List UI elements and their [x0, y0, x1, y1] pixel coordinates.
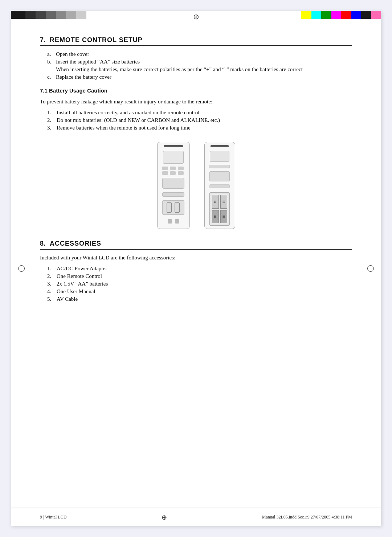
reg-mark-right	[367, 265, 374, 272]
remote1-bottom-btns	[168, 219, 179, 224]
remotes-container: ⊞ ⊟ ▤ ▤	[40, 142, 352, 229]
accessories-list: 1. AC/DC Power Adapter 2. One Remote Con…	[47, 266, 352, 302]
accessory-3: 3. 2x 1.5V “AA” batteries	[47, 281, 352, 287]
subsection71-title: Battery Usage Caution	[49, 87, 107, 94]
step-b-cont: When inserting the batteries, make sure …	[47, 66, 352, 73]
footer-page-label: 9 | Wintal LCD	[40, 515, 66, 520]
accessory-1: 1. AC/DC Power Adapter	[47, 266, 352, 272]
step-b: b. Insert the supplied “AA” size batteri…	[47, 59, 352, 65]
remote1-buttons	[162, 167, 184, 175]
reg-mark-left	[18, 265, 25, 272]
step-a: a. Open the cover	[47, 51, 352, 57]
accessory-5-text: AV Cable	[57, 296, 78, 302]
battery-item-2-text: Do not mix batteries: (OLD and NEW or CA…	[57, 117, 220, 123]
section7-number: 7.	[40, 36, 45, 44]
battery-icon-3: ▤	[212, 210, 219, 224]
section7-title: REMOTE CONTROL SETUP	[50, 36, 143, 44]
battery-intro: To prevent battery leakage which may res…	[40, 97, 352, 106]
remote1-battery-slot-1	[167, 202, 172, 213]
remote1-battery-slot-2	[175, 202, 180, 213]
remote1-top-bar	[164, 145, 183, 147]
step-b-cont-text: When inserting the batteries, make sure …	[56, 66, 303, 73]
remote2-bar2	[209, 184, 230, 188]
step-a-text: Open the cover	[56, 51, 89, 57]
battery-item-3: 3. Remove batteries when the remote is n…	[47, 125, 352, 131]
battery-item-1-text: Install all batteries correctly, and as …	[57, 110, 199, 116]
accessory-3-text: 2x 1.5V “AA” batteries	[57, 281, 108, 287]
remote1-btn6	[178, 171, 184, 175]
section8-number: 8.	[40, 240, 45, 247]
battery-item-1: 1. Install all batteries correctly, and …	[47, 110, 352, 116]
remote2-top-bar	[211, 145, 229, 147]
footer-file-info: Manual 32L05.indd Sec1:9 27/07/2005 4:38…	[262, 515, 352, 520]
color-bar-left	[11, 11, 91, 19]
remote1-bar	[162, 192, 184, 197]
accessory-4: 4. One User Manual	[47, 288, 352, 295]
step-a-letter: a.	[47, 51, 53, 57]
remote2-bar1	[209, 165, 230, 168]
remote1-btn2	[170, 167, 176, 170]
remote1-big-btn	[162, 178, 184, 189]
remote1-btn4	[162, 171, 168, 175]
section8-heading: 8. ACCESSORIES	[40, 240, 352, 250]
step-c: c. Replace the battery cover	[47, 74, 352, 80]
remote-2: ⊞ ⊟ ▤ ▤	[204, 142, 235, 229]
remote1-btn5	[170, 171, 176, 175]
step-b-letter: b.	[47, 59, 53, 65]
remote1-btn3	[178, 167, 184, 170]
accessories-intro: Included with your Wintal LCD are the fo…	[40, 253, 352, 262]
accessory-2: 2. One Remote Control	[47, 273, 352, 279]
setup-steps-list: a. Open the cover b. Insert the supplied…	[47, 51, 352, 80]
battery-icon-2: ⊟	[220, 195, 227, 209]
remote2-mid	[209, 171, 230, 181]
battery-icon-4: ▤	[220, 210, 227, 224]
remote2-screen	[210, 151, 229, 162]
remote1-bot-btn2	[175, 219, 179, 224]
battery-icon-1: ⊞	[212, 195, 219, 209]
step-c-text: Replace the battery cover	[56, 74, 111, 80]
remote-1	[157, 142, 190, 229]
subsection71-number: 7.1	[40, 87, 48, 94]
remote1-screen	[163, 151, 184, 164]
footer-reg-mark: ⊕	[162, 513, 167, 521]
accessory-4-text: One User Manual	[57, 288, 95, 295]
remote2-battery-area: ⊞ ⊟ ▤ ▤	[209, 192, 230, 226]
accessory-5: 5. AV Cable	[47, 296, 352, 302]
color-bar-right	[301, 11, 381, 19]
page: ⊕ 7. REMOTE CONTROL SETUP a. Open the co…	[11, 11, 381, 526]
battery-caution-list: 1. Install all batteries correctly, and …	[47, 110, 352, 131]
accessory-1-text: AC/DC Power Adapter	[57, 266, 107, 272]
section8-title: ACCESSORIES	[50, 240, 101, 247]
main-content: 7. REMOTE CONTROL SETUP a. Open the cove…	[40, 25, 352, 504]
remote1-btn1	[162, 167, 168, 170]
footer: 9 | Wintal LCD ⊕ Manual 32L05.indd Sec1:…	[11, 508, 381, 526]
battery-item-3-text: Remove batteries when the remote is not …	[57, 125, 191, 131]
subsection71-heading: 7.1 Battery Usage Caution	[40, 87, 352, 94]
section7-heading: 7. REMOTE CONTROL SETUP	[40, 36, 352, 46]
step-c-letter: c.	[47, 74, 53, 80]
reg-mark-top: ⊕	[193, 12, 199, 21]
remote1-bot-btn1	[168, 219, 172, 224]
battery-item-2: 2. Do not mix batteries: (OLD and NEW or…	[47, 117, 352, 123]
remote1-battery-section	[162, 200, 184, 215]
accessory-2-text: One Remote Control	[57, 273, 102, 279]
step-b-text: Insert the supplied “AA” size batteries	[56, 59, 140, 65]
